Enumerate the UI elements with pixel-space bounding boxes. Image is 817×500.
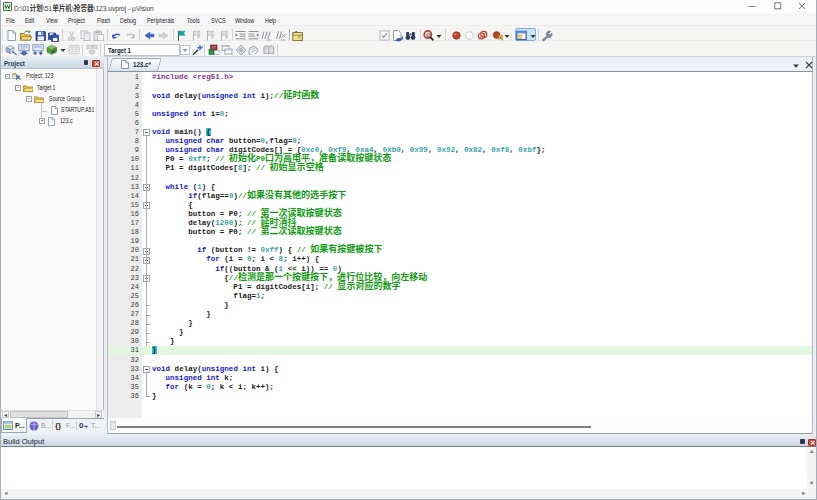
svg-text:LOAD: LOAD: [87, 45, 95, 49]
